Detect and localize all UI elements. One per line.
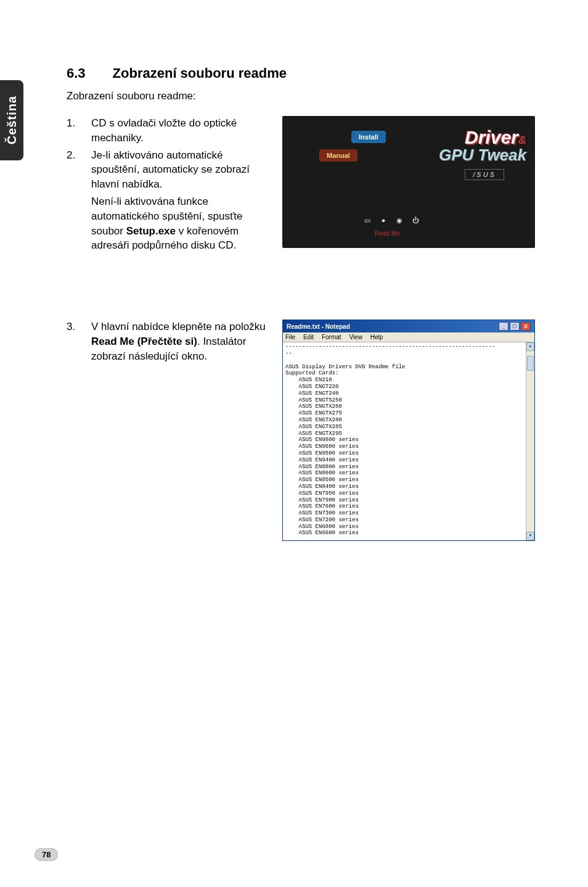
install-tab[interactable]: Install <box>351 131 386 143</box>
readme-contents: ----------------------------------------… <box>285 344 495 536</box>
scroll-down-button[interactable]: ▾ <box>526 532 534 540</box>
scroll-thumb[interactable] <box>527 356 534 371</box>
notepad-titlebar: Readme.txt - Notepad _ □ X <box>283 320 534 332</box>
notepad-title-text: Readme.txt - Notepad <box>287 323 350 330</box>
installer-icon-row: ▭ ● ◉ ⏻ <box>362 216 420 225</box>
logo-line2: GPU Tweak <box>439 147 526 163</box>
globe-icon[interactable]: ● <box>378 216 388 225</box>
menu-file[interactable]: File <box>285 334 295 340</box>
menu-view[interactable]: View <box>349 334 362 340</box>
steps-column-2: 3. V hlavní nabídce klepněte na položku … <box>67 320 270 541</box>
step-text: Je-li aktivováno automatické spouštění, … <box>91 148 270 192</box>
s3-pre: V hlavní nabídce klepněte na položku <box>91 321 266 332</box>
step-text: CD s ovladači vložte do optické mechanik… <box>91 116 270 146</box>
manual-tab[interactable]: Manual <box>319 149 357 162</box>
page-content: 6.3 Zobrazení souboru readme Zobrazení s… <box>67 65 534 541</box>
notepad-window: Readme.txt - Notepad _ □ X File Edit For… <box>282 320 535 541</box>
logo-line1: Driver <box>465 127 518 147</box>
language-tab: Čeština <box>0 80 23 160</box>
asus-brand-badge: /SUS <box>465 169 504 180</box>
step-2-sub: Není-li aktivována funkce automatického … <box>91 194 270 253</box>
step-number: 2. <box>67 148 76 192</box>
driver-logo: Driver& GPU Tweak <box>439 128 526 163</box>
menu-edit[interactable]: Edit <box>303 334 314 340</box>
menu-help[interactable]: Help <box>370 334 383 340</box>
power-icon[interactable]: ⏻ <box>410 216 420 225</box>
scroll-up-button[interactable]: ▴ <box>526 342 534 351</box>
minimize-button[interactable]: _ <box>499 322 508 331</box>
step-number: 3. <box>67 320 76 363</box>
step-3: 3. V hlavní nabídce klepněte na položku … <box>67 320 270 363</box>
notepad-body[interactable]: ----------------------------------------… <box>283 342 534 540</box>
notepad-screenshot: Readme.txt - Notepad _ □ X File Edit For… <box>282 320 535 541</box>
driver-installer-window: Install Manual Driver& GPU Tweak /SUS ▭ … <box>282 116 535 248</box>
notepad-menubar: File Edit Format View Help <box>283 332 534 342</box>
disc-icon[interactable]: ◉ <box>394 216 404 225</box>
scrollbar[interactable]: ▴▾ <box>526 342 534 540</box>
step-number: 1. <box>67 116 76 146</box>
readme-menu-item: Read Me (Přečtěte si) <box>91 336 197 347</box>
readme-link[interactable]: Read Me <box>375 230 400 237</box>
section-title: Zobrazení souboru readme <box>113 65 287 81</box>
steps-column-1: 1. CD s ovladači vložte do optické mecha… <box>67 116 270 253</box>
browse-icon[interactable]: ▭ <box>362 216 372 225</box>
step-2: 2. Je-li aktivováno automatické spouštěn… <box>67 148 270 192</box>
driver-screenshot: Install Manual Driver& GPU Tweak /SUS ▭ … <box>282 116 535 253</box>
setup-exe-filename: Setup.exe <box>126 225 176 237</box>
section-heading: 6.3 Zobrazení souboru readme <box>67 65 534 81</box>
intro-text: Zobrazení souboru readme: <box>67 90 534 102</box>
menu-format[interactable]: Format <box>322 334 341 340</box>
step-1: 1. CD s ovladači vložte do optické mecha… <box>67 116 270 146</box>
maximize-button[interactable]: □ <box>510 322 520 331</box>
section-number: 6.3 <box>67 65 86 81</box>
page-number: 78 <box>35 848 58 861</box>
logo-ampersand: & <box>518 134 526 146</box>
step-text: V hlavní nabídce klepněte na položku Rea… <box>91 320 270 363</box>
language-label: Čeština <box>5 96 19 144</box>
close-button[interactable]: X <box>521 322 531 331</box>
